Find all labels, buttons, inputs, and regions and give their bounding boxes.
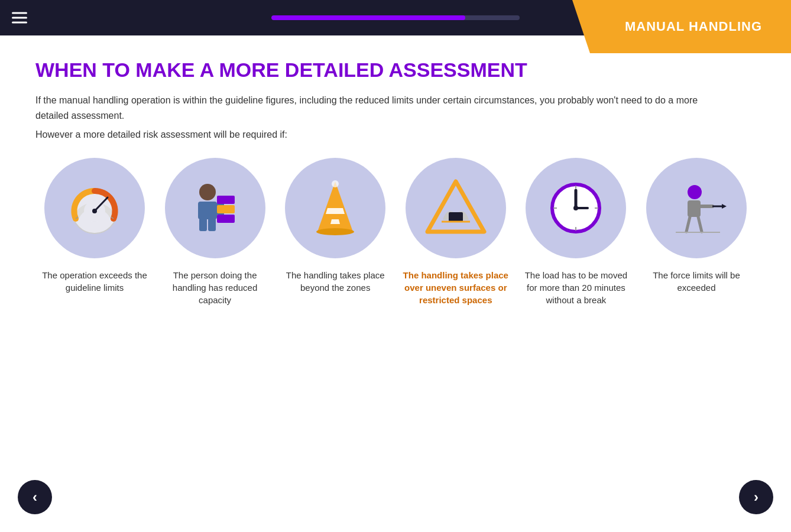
- svg-marker-16: [330, 219, 340, 224]
- prev-button[interactable]: ‹: [18, 480, 52, 514]
- prev-icon: ‹: [33, 489, 37, 505]
- svg-marker-14: [317, 181, 353, 232]
- icon-item-force-limits: The force limits will be exceeded: [637, 158, 756, 294]
- svg-point-6: [199, 184, 216, 200]
- icon-circle-guideline-limits: [44, 158, 145, 258]
- next-button[interactable]: ›: [739, 480, 773, 514]
- svg-marker-15: [326, 208, 345, 214]
- svg-rect-11: [217, 215, 235, 223]
- description-1: If the manual handling operation is with…: [35, 93, 721, 123]
- icon-item-guideline-limits: The operation exceeds the guideline limi…: [35, 158, 154, 294]
- icon-label-uneven-surfaces: The handling takes place over uneven sur…: [403, 269, 509, 306]
- svg-marker-36: [722, 204, 727, 209]
- icon-item-uneven-surfaces: The handling takes place over uneven sur…: [397, 158, 515, 306]
- svg-rect-20: [449, 212, 463, 222]
- icon-label-guideline-limits: The operation exceeds the guideline limi…: [41, 269, 148, 294]
- icon-circle-twenty-minutes: [526, 158, 626, 258]
- hamburger-menu[interactable]: [12, 12, 27, 24]
- main-content: WHEN TO MAKE A MORE DETAILED ASSESSMENT …: [0, 35, 791, 324]
- icon-circle-uneven-surfaces: [406, 158, 506, 258]
- icons-row: The operation exceeds the guideline limi…: [35, 158, 756, 306]
- progress-bar-fill: [271, 15, 465, 20]
- svg-line-33: [686, 217, 690, 232]
- icon-item-twenty-minutes: The load has to be moved for more than 2…: [517, 158, 635, 306]
- icon-label-beyond-zones: The handling takes place beyond the zone…: [282, 269, 388, 294]
- condition-intro: However a more detailed risk assessment …: [35, 129, 756, 140]
- svg-rect-10: [217, 205, 235, 213]
- svg-point-17: [316, 228, 354, 235]
- svg-rect-9: [217, 196, 235, 204]
- svg-marker-19: [427, 181, 484, 232]
- module-title-banner: MANUAL HANDLING: [572, 0, 791, 53]
- svg-point-25: [573, 206, 578, 210]
- icon-label-force-limits: The force limits will be exceeded: [643, 269, 750, 294]
- svg-rect-13: [208, 218, 216, 231]
- svg-point-3: [92, 209, 97, 213]
- icon-circle-beyond-zones: [285, 158, 385, 258]
- svg-point-18: [332, 180, 339, 187]
- icon-item-reduced-capacity: The person doing the handling has reduce…: [156, 158, 274, 306]
- icon-item-beyond-zones: The handling takes place beyond the zone…: [276, 158, 394, 294]
- svg-rect-31: [688, 200, 701, 217]
- page-heading: WHEN TO MAKE A MORE DETAILED ASSESSMENT: [35, 59, 756, 81]
- svg-rect-7: [198, 202, 217, 219]
- svg-rect-12: [199, 218, 207, 231]
- icon-circle-force-limits: [646, 158, 747, 258]
- svg-point-30: [688, 185, 702, 199]
- svg-line-34: [698, 217, 702, 232]
- top-nav: MANUAL HANDLING: [0, 0, 791, 35]
- icon-label-reduced-capacity: The person doing the handling has reduce…: [162, 269, 268, 306]
- icon-circle-reduced-capacity: [165, 158, 265, 258]
- next-icon: ›: [754, 489, 758, 505]
- icon-label-twenty-minutes: The load has to be moved for more than 2…: [523, 269, 629, 306]
- progress-bar-container: [271, 15, 520, 20]
- module-title: MANUAL HANDLING: [601, 19, 762, 34]
